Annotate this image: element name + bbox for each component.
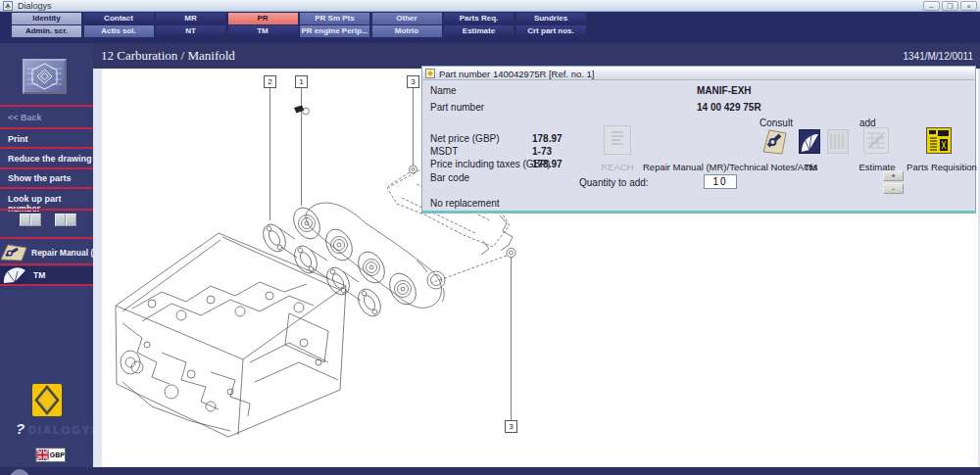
part-number-value: 14 00 429 75R	[697, 102, 761, 113]
page-title: 12 Carburation / Manifold	[101, 48, 235, 64]
renault-diamond-logo	[32, 384, 62, 416]
currency-selector[interactable]: GBP	[35, 448, 66, 462]
menu-nt[interactable]: NT	[156, 25, 225, 37]
menu-tm[interactable]: TM	[228, 25, 298, 37]
callout-3-bottom[interactable]: 3	[505, 420, 517, 433]
bar-code-label: Bar code	[430, 172, 469, 183]
separator	[0, 284, 93, 286]
tm-add-button[interactable]	[799, 129, 820, 158]
show-parts-button[interactable]: Show the parts	[8, 173, 72, 183]
popup-title: Part number 140042975R [Ref. no. 1]	[439, 69, 594, 79]
close-button[interactable]: ×	[960, 1, 977, 11]
net-price-label: Net price (GBP)	[430, 133, 500, 144]
menu-pr-active[interactable]: PR	[228, 13, 298, 24]
menu-contact[interactable]: Contact	[84, 13, 154, 24]
parts-requisition-icon	[926, 127, 952, 154]
reach-label: REACH	[597, 162, 638, 172]
separator	[0, 147, 93, 149]
msdt-value: 1-73	[532, 146, 552, 157]
repair-manual-consult-button[interactable]	[761, 127, 787, 159]
dialogys-question-icon: ?	[16, 420, 24, 437]
minimize-button[interactable]: –	[923, 1, 940, 11]
disabled-doc-icon	[827, 129, 849, 154]
repair-manual-consult-label: Repair Manual (MR)/Technical Notes/Actis	[643, 162, 790, 172]
quantity-decrement-button[interactable]: -	[883, 183, 904, 194]
menu-sundries[interactable]: Sundries	[516, 13, 586, 24]
dialogys-window: Dialogys – ❒ × Identity Contact MR PR PR…	[0, 0, 980, 475]
menu-mr[interactable]: MR	[156, 13, 225, 24]
separator	[0, 105, 93, 107]
menu-pr-engine-perip[interactable]: PR engine Perip...	[300, 25, 369, 37]
menu-parts-req[interactable]: Parts Req.	[444, 13, 514, 24]
repair-manual-consult-icon	[761, 127, 787, 155]
zoom-tool-button-1[interactable]	[20, 214, 30, 226]
popup-titlebar[interactable]: Part number 140042975R [Ref. no. 1]	[422, 67, 975, 80]
renault-hex-icon	[24, 61, 65, 92]
menu-pr-sm-pts[interactable]: PR Sm Pts	[300, 13, 369, 24]
lookup-part-number-button[interactable]: Look up part number	[8, 194, 93, 214]
uk-flag-icon	[36, 450, 49, 460]
estimate-add-icon	[863, 127, 889, 154]
part-number-label: Part number	[430, 102, 484, 113]
net-price-value: 178.97	[532, 133, 563, 144]
parts-requisition-label: Parts Requisition	[906, 162, 978, 172]
back-button[interactable]: << Back	[8, 113, 42, 122]
tm-add-icon	[799, 129, 820, 154]
restore-button[interactable]: ❒	[942, 1, 958, 11]
sidebar-repair-manual-button[interactable]: Repair Manual (M...	[0, 243, 93, 262]
repair-manual-icon	[0, 243, 27, 261]
bottom-bar	[0, 467, 980, 475]
separator	[0, 167, 93, 169]
tm-add-label: TM	[799, 162, 822, 172]
page-tool-button-2[interactable]	[66, 214, 76, 226]
tm-label: TM	[33, 270, 45, 280]
corner-logo-fragment	[10, 469, 29, 475]
msdt-label: MSDT	[430, 146, 458, 157]
callout-2[interactable]: 2	[264, 75, 276, 88]
menu-identity[interactable]: Identity	[12, 13, 81, 24]
popup-title-icon	[425, 69, 435, 78]
app-icon	[3, 1, 13, 11]
estimate-add-button[interactable]	[863, 127, 889, 158]
separator	[0, 237, 93, 239]
price-taxes-value: 178.97	[532, 159, 563, 169]
parts-requisition-button[interactable]	[926, 127, 952, 158]
tm-icon	[0, 266, 27, 284]
separator	[0, 263, 93, 265]
no-replacement-text: No replacement	[430, 198, 500, 209]
callout-3-top[interactable]: 3	[407, 75, 419, 88]
menu-other[interactable]: Other	[372, 13, 442, 24]
menu-crt-part-nos[interactable]: Crt part nos.	[516, 25, 586, 37]
renault-hex-button[interactable]	[23, 59, 67, 94]
part-detail-popup: Part number 140042975R [Ref. no. 1] Name…	[421, 66, 976, 214]
window-titlebar: Dialogys – ❒ ×	[0, 0, 980, 12]
print-button[interactable]: Print	[8, 134, 28, 144]
reach-button[interactable]	[604, 125, 631, 155]
quantity-input[interactable]	[704, 174, 737, 189]
dialogys-wordmark: DIALOGYS	[28, 424, 100, 436]
separator	[0, 209, 93, 211]
menu-admin-scr[interactable]: Admin. scr.	[12, 25, 81, 37]
window-controls: – ❒ ×	[923, 1, 977, 11]
sidebar: << Back Print Reduce the drawing Show th…	[0, 43, 93, 475]
menu-estimate[interactable]: Estimate	[444, 25, 514, 37]
callout-1[interactable]: 1	[295, 75, 308, 88]
dialogys-brand: ? DIALOGYS	[16, 420, 89, 438]
name-label: Name	[430, 85, 457, 96]
disabled-doc-button	[827, 129, 849, 158]
menu-motrio[interactable]: Motrio	[372, 25, 442, 37]
sidebar-tm-button[interactable]: TM	[0, 266, 93, 284]
separator	[0, 127, 93, 129]
page-tool-button-1[interactable]	[55, 214, 66, 226]
currency-code: GBP	[50, 451, 65, 458]
reduce-drawing-button[interactable]: Reduce the drawing	[8, 154, 92, 164]
menu-actis-sol[interactable]: Actis sol.	[84, 25, 154, 37]
document-reference: 1341/M/12/0011	[903, 51, 973, 62]
zoom-tool-button-2[interactable]	[30, 214, 41, 226]
reach-icon	[605, 126, 630, 154]
quantity-label: Quantity to add:	[579, 177, 649, 188]
window-title: Dialogys	[18, 1, 52, 11]
main-menubar: Identity Contact MR PR PR Sm Pts Other P…	[0, 12, 980, 43]
quantity-increment-button[interactable]: +	[883, 170, 904, 181]
separator	[0, 187, 93, 189]
